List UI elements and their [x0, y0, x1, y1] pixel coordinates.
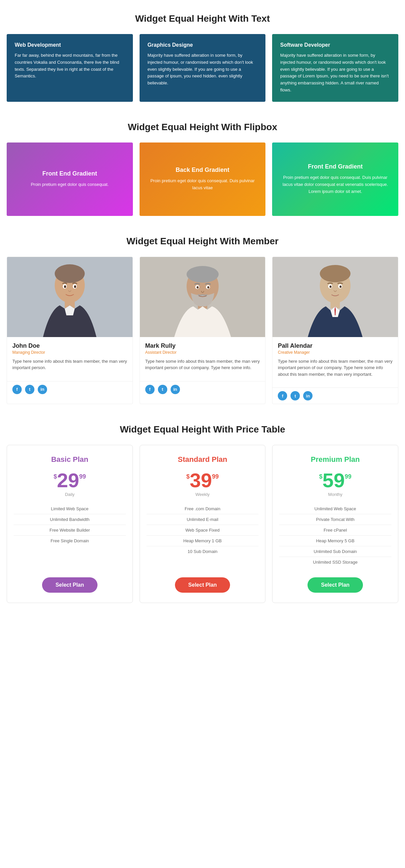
price-card-basic: Basic Plan $ 29 99 Daily Limited Web Spa…: [7, 445, 133, 603]
member-3-info: Pall Alendar Creative Manager Type here …: [272, 337, 398, 388]
plan-standard-dollar: $: [186, 473, 190, 480]
price-card-standard: Standard Plan $ 39 99 Weekly Free .com D…: [140, 445, 266, 603]
plan-premium-feature-2: Private Tomcat With: [279, 514, 391, 525]
plan-standard-feature-2: Unlimited E-mail: [147, 514, 259, 525]
plan-basic-period: Daily: [65, 492, 75, 497]
flipbox-card-2: Back End Gradient Proin pretium eget dol…: [140, 143, 266, 216]
text-card-2: Graphics Designe Majority have suffered …: [140, 34, 266, 102]
plan-standard-name: Standard Plan: [178, 455, 227, 464]
member-3-facebook-icon[interactable]: f: [278, 391, 287, 400]
member-1-facebook-icon[interactable]: f: [12, 385, 22, 394]
text-card-1-body: Far far away, behind the word mountains,…: [15, 52, 125, 80]
plan-standard-features: Free .com Domain Unlimited E-mail Web Sp…: [147, 503, 259, 567]
member-1-role: Managing Director: [12, 350, 127, 355]
member-2-facebook-icon[interactable]: f: [145, 385, 154, 394]
member-card-3: Pall Alendar Creative Manager Type here …: [272, 257, 398, 404]
price-card-premium: Premium Plan $ 59 99 Monthy Unlimited We…: [272, 445, 398, 603]
member-3-social: f t in: [272, 388, 398, 404]
text-card-2-body: Majority have suffered alteration in som…: [148, 52, 258, 87]
plan-premium-features: Unlimited Web Space Private Tomcat With …: [279, 503, 391, 567]
member-1-twitter-icon[interactable]: t: [25, 385, 34, 394]
price-widget-section: Widget Equal Height With Price Table Bas…: [7, 424, 398, 603]
member-card-1: John Doe Managing Director Type here som…: [7, 257, 133, 404]
member-2-role: Assistant Director: [145, 350, 260, 355]
plan-standard-main: 39: [190, 470, 212, 491]
member-3-linkedin-icon[interactable]: in: [303, 391, 313, 400]
member-3-twitter-icon[interactable]: t: [290, 391, 300, 400]
flipbox-card-3-heading: Front End Gradient: [308, 163, 363, 170]
plan-basic-feature-1: Limited Web Space: [14, 503, 126, 514]
flipbox-widget-section: Widget Equal Height With Flipbox Front E…: [7, 122, 398, 216]
plan-basic-main: 29: [57, 470, 79, 491]
plan-premium-feature-3: Free cPanel: [279, 525, 391, 536]
text-cards-container: Web Development Far far away, behind the…: [7, 34, 398, 102]
text-widget-section: Widget Equal Height With Text Web Develo…: [7, 13, 398, 102]
plan-basic-select-button[interactable]: Select Plan: [42, 577, 97, 593]
flipbox-card-1: Front End Gradient Proin pretium eget do…: [7, 143, 133, 216]
plan-basic-price: $ 29 99: [53, 470, 86, 491]
flipbox-card-1-heading: Front End Gradient: [42, 170, 97, 177]
plan-premium-cents: 99: [345, 473, 352, 480]
text-card-1: Web Development Far far away, behind the…: [7, 34, 133, 102]
flipbox-widget-title: Widget Equal Height With Flipbox: [7, 122, 398, 132]
member-1-social: f t in: [7, 381, 133, 398]
text-card-3: Software Developer Majority have suffere…: [272, 34, 398, 102]
member-1-linkedin-icon[interactable]: in: [38, 385, 47, 394]
plan-premium-feature-5: Unlimited Sub Domain: [279, 546, 391, 557]
member-1-bio: Type here some info about this team memb…: [12, 358, 127, 371]
svg-point-10: [186, 266, 219, 283]
member-1-info: John Doe Managing Director Type here som…: [7, 337, 133, 381]
plan-standard-select-button[interactable]: Select Plan: [175, 577, 230, 593]
plan-premium-select-button[interactable]: Select Plan: [308, 577, 363, 593]
member-2-linkedin-icon[interactable]: in: [171, 385, 180, 394]
member-widget-section: Widget Equal Height With Member: [7, 236, 398, 404]
plan-basic-feature-4: Free Single Domain: [14, 536, 126, 546]
plan-standard-cents: 99: [212, 473, 219, 480]
price-cards-container: Basic Plan $ 29 99 Daily Limited Web Spa…: [7, 445, 398, 603]
member-2-bio: Type here some info about this team memb…: [145, 358, 260, 371]
member-card-2: Mark Rully Assistant Director Type here …: [140, 257, 266, 404]
plan-standard-period: Weekly: [195, 492, 209, 497]
plan-standard-feature-4: Heap Memory 1 GB: [147, 536, 259, 546]
plan-standard-price: $ 39 99: [186, 470, 219, 491]
member-3-role: Creative Manager: [278, 350, 393, 355]
plan-standard-feature-1: Free .com Domain: [147, 503, 259, 514]
member-2-name: Mark Rully: [145, 342, 260, 349]
flipbox-cards-container: Front End Gradient Proin pretium eget do…: [7, 143, 398, 216]
plan-basic-name: Basic Plan: [51, 455, 88, 464]
member-1-name: John Doe: [12, 342, 127, 349]
member-cards-container: John Doe Managing Director Type here som…: [7, 257, 398, 404]
plan-premium-feature-6: Unlimited SSD Storage: [279, 557, 391, 567]
svg-point-23: [340, 285, 342, 288]
plan-premium-name: Premium Plan: [311, 455, 360, 464]
text-widget-title: Widget Equal Height With Text: [7, 13, 398, 24]
plan-basic-cents: 99: [79, 473, 86, 480]
plan-basic-feature-3: Free Website Builder: [14, 525, 126, 536]
svg-point-14: [197, 286, 199, 288]
svg-point-15: [207, 286, 209, 288]
text-card-2-heading: Graphics Designe: [148, 42, 258, 48]
text-card-3-body: Majority have suffered alteration in som…: [280, 52, 390, 94]
member-3-name: Pall Alendar: [278, 342, 393, 349]
plan-premium-price: $ 59 99: [319, 470, 352, 491]
member-widget-title: Widget Equal Height With Member: [7, 236, 398, 247]
plan-basic-feature-2: Unlimited Bandwidth: [14, 514, 126, 525]
member-2-photo: [140, 257, 265, 337]
flipbox-card-2-heading: Back End Gradient: [176, 166, 229, 174]
text-card-3-heading: Software Developer: [280, 42, 390, 48]
plan-premium-period: Monthy: [328, 492, 343, 497]
member-2-twitter-icon[interactable]: t: [158, 385, 167, 394]
member-1-photo: [7, 257, 133, 337]
plan-premium-main: 59: [322, 470, 345, 491]
svg-point-2: [55, 264, 85, 283]
plan-standard-feature-5: 10 Sub Domain: [147, 546, 259, 557]
flipbox-card-2-body: Proin pretium eget dolor quis consequat.…: [146, 178, 259, 191]
svg-point-6: [64, 285, 66, 288]
member-3-bio: Type here some info about this team memb…: [278, 358, 393, 378]
text-card-1-heading: Web Development: [15, 42, 125, 48]
price-widget-title: Widget Equal Height With Price Table: [7, 424, 398, 435]
member-2-social: f t in: [140, 381, 265, 398]
plan-standard-feature-3: Web Space Fixed: [147, 525, 259, 536]
flipbox-card-1-body: Proin pretium eget dolor quis consequat.: [31, 181, 109, 188]
plan-basic-features: Limited Web Space Unlimited Bandwidth Fr…: [14, 503, 126, 567]
